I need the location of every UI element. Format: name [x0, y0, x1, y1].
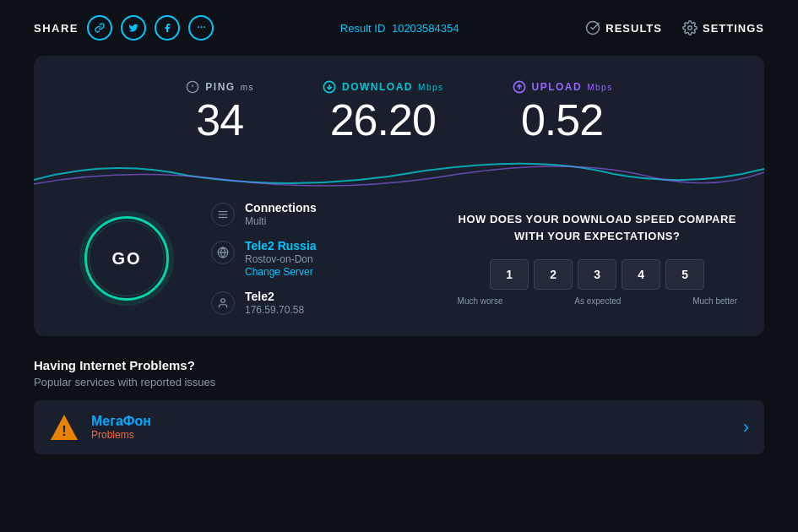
result-id-prefix: Result ID	[340, 22, 385, 35]
ping-icon	[185, 79, 200, 95]
share-section: SHARE ···	[34, 15, 214, 41]
connections-label: Connections	[245, 201, 317, 214]
main-card: PING ms 34 DOWNLOAD Mbps 26.20	[34, 56, 764, 336]
rating-section: HOW DOES YOUR DOWNLOAD SPEED COMPAREWITH…	[448, 201, 747, 316]
service-item-megafon[interactable]: ! МегаФон Problems ›	[34, 400, 764, 454]
results-label: RESULTS	[605, 22, 662, 35]
svg-point-14	[221, 299, 225, 303]
problems-title: Having Internet Problems?	[34, 358, 764, 372]
service-name: МегаФон	[91, 414, 731, 429]
user-icon	[211, 291, 235, 315]
go-button-section: GO	[51, 201, 203, 316]
connections-content: Connections Multi	[245, 201, 317, 227]
chevron-right-icon: ›	[743, 416, 749, 438]
results-icon	[585, 20, 600, 35]
rating-buttons: 1 2 3 4 5	[456, 259, 739, 290]
problems-subtitle: Popular services with reported issues	[34, 376, 764, 388]
globe-icon	[211, 241, 235, 264]
connections-value: Multi	[245, 215, 317, 227]
user-ip: 176.59.70.58	[245, 304, 304, 316]
rating-question: HOW DOES YOUR DOWNLOAD SPEED COMPAREWITH…	[456, 211, 739, 244]
bottom-section: Having Internet Problems? Popular servic…	[34, 350, 764, 463]
internet-problems: Having Internet Problems? Popular servic…	[34, 350, 764, 463]
twitter-icon[interactable]	[121, 15, 146, 41]
isp-row: Tele2 Russia Rostov-on-Don Change Server	[211, 239, 448, 278]
rating-label-mid: As expected	[574, 296, 621, 306]
rating-label-low: Much worse	[458, 296, 503, 306]
download-value: 26.20	[322, 98, 443, 142]
result-id-section: Result ID 10203584354	[340, 22, 459, 35]
result-id-value: 10203584354	[392, 22, 459, 35]
speed-stats: PING ms 34 DOWNLOAD Mbps 26.20	[34, 56, 764, 150]
rating-btn-3[interactable]: 3	[578, 259, 616, 290]
topbar: SHARE ··· Result ID 10203584354	[0, 0, 798, 56]
rating-btn-1[interactable]: 1	[490, 259, 529, 290]
server-info: Connections Multi Tele2 Russia Rostov-on…	[203, 201, 448, 316]
results-button[interactable]: RESULTS	[585, 20, 662, 35]
facebook-icon[interactable]	[155, 15, 180, 41]
rating-btn-5[interactable]: 5	[665, 259, 704, 290]
user-label: Tele2	[245, 290, 304, 303]
rating-btn-2[interactable]: 2	[534, 259, 573, 290]
change-server-link[interactable]: Change Server	[245, 266, 317, 278]
ping-stat: PING ms 34	[185, 79, 254, 142]
more-icon[interactable]: ···	[188, 15, 214, 41]
upload-icon	[512, 79, 527, 95]
connections-row: Connections Multi	[211, 201, 448, 227]
isp-content: Tele2 Russia Rostov-on-Don Change Server	[245, 239, 317, 278]
settings-icon	[682, 20, 698, 35]
service-status: Problems	[91, 429, 731, 441]
right-actions: RESULTS SETTINGS	[585, 20, 764, 35]
card-lower: GO Connections Multi	[34, 193, 764, 336]
rating-btn-4[interactable]: 4	[622, 259, 660, 290]
isp-name: Tele2 Russia	[245, 239, 317, 252]
upload-stat: UPLOAD Mbps 0.52	[512, 79, 613, 142]
rating-question-text: HOW DOES YOUR DOWNLOAD SPEED COMPAREWITH…	[459, 213, 737, 242]
svg-point-0	[587, 22, 600, 35]
go-button[interactable]: GO	[84, 216, 169, 301]
connections-icon	[211, 203, 235, 226]
upload-label: UPLOAD Mbps	[512, 79, 613, 95]
warning-icon: !	[49, 412, 79, 442]
rating-label-high: Much better	[692, 296, 737, 306]
share-label: SHARE	[34, 22, 79, 35]
wave-decoration	[34, 150, 764, 193]
isp-location: Rostov-on-Don	[245, 253, 317, 265]
svg-text:!: !	[62, 424, 66, 438]
svg-point-1	[688, 26, 692, 30]
download-stat: DOWNLOAD Mbps 26.20	[322, 79, 443, 142]
rating-labels: Much worse As expected Much better	[456, 296, 739, 306]
user-content: Tele2 176.59.70.58	[245, 290, 304, 316]
user-row: Tele2 176.59.70.58	[211, 290, 448, 316]
settings-button[interactable]: SETTINGS	[682, 20, 764, 35]
upload-value: 0.52	[512, 98, 613, 142]
ping-value: 34	[185, 98, 254, 142]
download-icon	[322, 79, 337, 95]
service-content: МегаФон Problems	[91, 414, 731, 441]
settings-label: SETTINGS	[703, 22, 764, 35]
ping-label: PING ms	[185, 79, 254, 95]
link-icon[interactable]	[87, 15, 112, 41]
download-label: DOWNLOAD Mbps	[322, 79, 443, 95]
go-label: GO	[111, 249, 141, 269]
